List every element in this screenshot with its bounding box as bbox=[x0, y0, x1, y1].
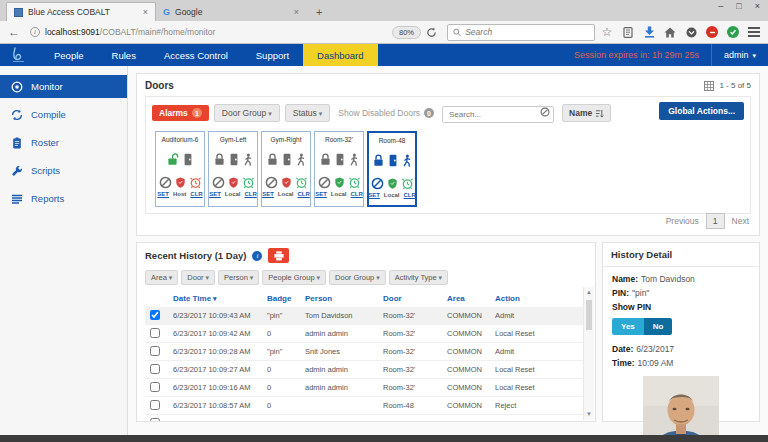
set-link[interactable]: SET bbox=[157, 191, 169, 197]
page-number[interactable]: 1 bbox=[706, 213, 725, 229]
scroll-down-icon[interactable] bbox=[584, 409, 594, 420]
sidebar-item-compile[interactable]: Compile bbox=[0, 103, 127, 126]
sidebar-item-reports[interactable]: Reports bbox=[0, 187, 127, 210]
shield-icon[interactable] bbox=[335, 177, 344, 188]
adblock-icon[interactable] bbox=[706, 26, 718, 38]
door-card-gym-left[interactable]: Gym-Left SET Local CLR bbox=[208, 131, 258, 207]
set-link[interactable]: SET bbox=[209, 191, 221, 197]
row-checkbox[interactable] bbox=[150, 346, 160, 356]
clr-link[interactable]: CLR bbox=[190, 191, 202, 197]
url-field[interactable]: i localhost:9091/COBALT/main#/home/monit… bbox=[26, 24, 441, 41]
shield-icon[interactable] bbox=[282, 177, 291, 188]
column-date-time[interactable]: Date Time bbox=[173, 294, 267, 303]
person-dropdown[interactable]: Person bbox=[218, 270, 259, 285]
door-card-room-32[interactable]: Room-32' SET Local CLR bbox=[314, 131, 364, 207]
clr-link[interactable]: CLR bbox=[245, 191, 257, 197]
sidebar-item-roster[interactable]: Roster bbox=[0, 131, 127, 154]
row-checkbox[interactable] bbox=[150, 418, 160, 423]
antivirus-icon[interactable] bbox=[727, 26, 739, 38]
nav-item-access-control[interactable]: Access Control bbox=[150, 44, 242, 66]
column-person[interactable]: Person bbox=[305, 294, 383, 303]
table-row[interactable]: 6/23/2017 10:08:56 AM 0 admin admin Room… bbox=[145, 415, 587, 422]
minimize-button[interactable] bbox=[718, 1, 723, 11]
scroll-up-icon[interactable] bbox=[584, 287, 594, 298]
shield-icon[interactable] bbox=[176, 177, 185, 188]
no-entry-icon[interactable] bbox=[265, 176, 278, 189]
area-dropdown[interactable]: Area bbox=[145, 270, 178, 285]
column-action[interactable]: Action bbox=[495, 294, 587, 303]
doors-search-input[interactable] bbox=[442, 106, 554, 123]
print-button[interactable] bbox=[268, 248, 289, 263]
library-icon[interactable] bbox=[622, 26, 634, 38]
zoom-level-badge[interactable]: 80% bbox=[392, 26, 421, 39]
sort-by-name-button[interactable]: Name bbox=[562, 104, 611, 122]
alarm-clock-icon[interactable] bbox=[348, 176, 361, 189]
nav-item-rules[interactable]: Rules bbox=[98, 44, 150, 66]
pocket-icon[interactable] bbox=[685, 26, 697, 38]
show-pin-no-button[interactable]: No bbox=[644, 318, 673, 335]
alarm-clock-icon[interactable] bbox=[242, 176, 255, 189]
row-checkbox[interactable] bbox=[150, 400, 160, 410]
table-row[interactable]: 6/23/2017 10:09:43 AM "pin" Tom Davidson… bbox=[145, 307, 587, 325]
bookmark-star-icon[interactable] bbox=[601, 26, 613, 38]
door-card-auditorium-6[interactable]: Auditorium-6 SET Host CLR bbox=[155, 131, 205, 207]
sidebar-item-scripts[interactable]: Scripts bbox=[0, 159, 127, 182]
no-entry-icon[interactable] bbox=[159, 176, 172, 189]
door-card-gym-right[interactable]: Gym-Right SET Local CLR bbox=[261, 131, 311, 207]
site-info-icon[interactable]: i bbox=[30, 27, 40, 37]
refresh-icon[interactable] bbox=[426, 27, 437, 38]
sidebar-item-monitor[interactable]: Monitor bbox=[0, 75, 127, 98]
table-row[interactable]: 6/23/2017 10:08:57 AM 0 Room-48 COMMON R… bbox=[145, 397, 587, 415]
next-page-button[interactable]: Next bbox=[732, 216, 749, 226]
nav-item-support[interactable]: Support bbox=[242, 44, 303, 66]
alarm-clock-icon[interactable] bbox=[295, 176, 308, 189]
tab-close-icon[interactable] bbox=[143, 7, 148, 17]
nav-item-dashboard[interactable]: Dashboard bbox=[303, 44, 377, 66]
browser-search-input[interactable] bbox=[465, 27, 589, 37]
global-actions-button[interactable]: Global Actions... bbox=[659, 102, 744, 120]
no-entry-icon[interactable] bbox=[318, 176, 331, 189]
column-area[interactable]: Area bbox=[447, 294, 495, 303]
browser-search-box[interactable] bbox=[447, 24, 595, 41]
clr-link[interactable]: CLR bbox=[351, 191, 363, 197]
door-group-dropdown[interactable]: Door Group bbox=[329, 270, 386, 285]
status-dropdown[interactable]: Status bbox=[285, 104, 331, 122]
door-card-room-48[interactable]: Room-48 SET Local CLR bbox=[367, 131, 417, 207]
alarms-button[interactable]: Alarms 1 bbox=[152, 105, 209, 121]
show-pin-yes-button[interactable]: Yes bbox=[612, 318, 644, 335]
set-link[interactable]: SET bbox=[368, 192, 380, 198]
back-button[interactable] bbox=[8, 25, 20, 39]
show-disabled-doors-toggle[interactable]: Show Disabled Doors 0 bbox=[338, 108, 434, 118]
row-checkbox[interactable] bbox=[150, 382, 160, 392]
set-link[interactable]: SET bbox=[315, 191, 327, 197]
table-row[interactable]: 6/23/2017 10:09:42 AM 0 admin admin Room… bbox=[145, 325, 587, 343]
new-tab-button[interactable] bbox=[316, 2, 322, 21]
door-dropdown[interactable]: Door bbox=[181, 270, 215, 285]
no-entry-icon[interactable] bbox=[371, 177, 384, 190]
table-scrollbar[interactable] bbox=[583, 287, 594, 420]
shield-icon[interactable] bbox=[388, 178, 397, 189]
nav-item-people[interactable]: People bbox=[40, 44, 98, 66]
browser-tab-google[interactable]: G Google bbox=[156, 2, 306, 21]
door-group-dropdown[interactable]: Door Group bbox=[214, 104, 280, 122]
people-group-dropdown[interactable]: People Group bbox=[262, 270, 326, 285]
scroll-thumb[interactable] bbox=[586, 300, 592, 330]
hamburger-menu-icon[interactable] bbox=[748, 27, 760, 37]
tab-close-icon[interactable] bbox=[294, 7, 299, 17]
home-icon[interactable] bbox=[664, 26, 676, 38]
row-checkbox[interactable] bbox=[150, 364, 160, 374]
no-entry-icon[interactable] bbox=[212, 176, 225, 189]
clr-link[interactable]: CLR bbox=[298, 191, 310, 197]
clr-link[interactable]: CLR bbox=[404, 192, 416, 198]
browser-tab-cobalt[interactable]: Blue Access COBALT bbox=[6, 2, 156, 21]
close-button[interactable] bbox=[755, 1, 760, 11]
table-row[interactable]: 6/23/2017 10:09:27 AM 0 admin admin Room… bbox=[145, 361, 587, 379]
row-checkbox[interactable] bbox=[150, 328, 160, 338]
table-row[interactable]: 6/23/2017 10:09:28 AM "pin" Snit Jones R… bbox=[145, 343, 587, 361]
shield-icon[interactable] bbox=[229, 177, 238, 188]
activity-type-dropdown[interactable]: Activity Type bbox=[389, 270, 448, 285]
set-link[interactable]: SET bbox=[262, 191, 274, 197]
download-icon[interactable] bbox=[643, 26, 655, 38]
table-row[interactable]: 6/23/2017 10:09:16 AM 0 admin admin Room… bbox=[145, 379, 587, 397]
row-checkbox[interactable] bbox=[150, 310, 160, 320]
